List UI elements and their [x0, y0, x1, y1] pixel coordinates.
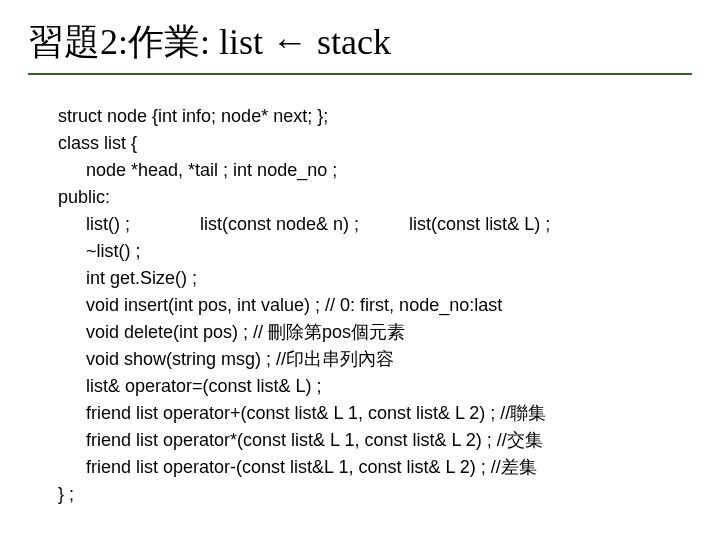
code-fragment: list(const node& n) ;	[200, 214, 359, 234]
title-block: 習題2:作業: list ← stack	[28, 18, 692, 75]
code-line: ~list() ;	[58, 238, 692, 265]
code-line: friend list operator-(const list&L 1, co…	[58, 454, 692, 481]
code-line: friend list operator+(const list& L 1, c…	[58, 400, 692, 427]
code-line: list() ; list(const node& n) ; list(cons…	[58, 211, 692, 238]
code-line: friend list operator*(const list& L 1, c…	[58, 427, 692, 454]
code-line: list& operator=(const list& L) ;	[58, 373, 692, 400]
code-line: public:	[58, 184, 692, 211]
code-line: node *head, *tail ; int node_no ;	[58, 157, 692, 184]
code-line: } ;	[58, 481, 692, 508]
code-block: struct node {int info; node* next; }; cl…	[28, 103, 692, 508]
code-line: void show(string msg) ; //印出串列內容	[58, 346, 692, 373]
code-line: class list {	[58, 130, 692, 157]
slide-title: 習題2:作業: list ← stack	[28, 18, 692, 67]
code-fragment: list() ;	[86, 214, 130, 234]
slide: 習題2:作業: list ← stack struct node {int in…	[0, 0, 720, 540]
code-line: struct node {int info; node* next; };	[58, 103, 692, 130]
code-line: void insert(int pos, int value) ; // 0: …	[58, 292, 692, 319]
code-line: int get.Size() ;	[58, 265, 692, 292]
code-fragment: list(const list& L) ;	[409, 214, 550, 234]
code-line: void delete(int pos) ; // 刪除第pos個元素	[58, 319, 692, 346]
